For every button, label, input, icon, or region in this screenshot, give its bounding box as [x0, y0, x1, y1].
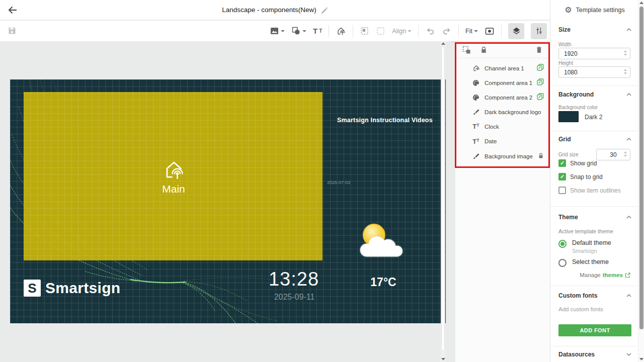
component-date-text[interactable]: 2025-07-03 — [327, 180, 350, 185]
clock-component[interactable]: 13:28 — [269, 268, 319, 290]
manage-themes-link[interactable]: Manage themes — [580, 272, 630, 278]
datasource-link-icon[interactable] — [537, 64, 544, 73]
layer-row-channel-area-1[interactable]: Channel area 1 — [455, 61, 550, 75]
document-title: Landscape - components(New) — [222, 6, 316, 14]
grid-size-stepper[interactable] — [624, 151, 627, 157]
save-button[interactable] — [7, 26, 17, 38]
locked-icon[interactable] — [538, 152, 544, 161]
scroll-up-arrow[interactable] — [441, 42, 445, 45]
height-label: Height — [558, 60, 573, 66]
radio-selected-icon — [558, 240, 567, 248]
layers-panel: Channel area 1 Component area 1 Componen… — [455, 42, 550, 362]
fit-dropdown[interactable]: Fit — [465, 28, 478, 35]
smartsign-logo[interactable]: S Smartsign — [24, 280, 120, 297]
show-item-outlines-checkbox[interactable]: Show item outlines — [558, 187, 621, 194]
undo-button[interactable] — [425, 26, 435, 36]
collapse-background-icon[interactable] — [626, 93, 631, 96]
collapse-grid-icon[interactable] — [626, 138, 631, 141]
temperature-component[interactable]: 17°C — [370, 276, 396, 289]
align-dropdown[interactable]: Align — [392, 28, 412, 35]
section-divider — [550, 346, 639, 346]
channel-placeholder-icon[interactable] — [161, 157, 186, 182]
section-divider — [550, 286, 639, 286]
toolbar-divider — [501, 25, 502, 37]
height-input[interactable] — [559, 67, 630, 77]
delete-icon[interactable] — [535, 46, 543, 54]
layer-row-component-area-2[interactable]: Component area 2 — [455, 90, 550, 105]
width-input[interactable] — [559, 48, 630, 59]
collapse-fonts-icon[interactable] — [626, 294, 631, 297]
toolbar-divider — [353, 25, 353, 37]
default-theme-radio[interactable]: Default theme Smartsign — [558, 240, 611, 254]
edit-title-icon[interactable] — [320, 6, 328, 14]
grid-size-input-wrap — [596, 149, 630, 160]
grid-section-heading: Grid — [558, 136, 571, 143]
preview-button[interactable] — [485, 26, 495, 36]
height-stepper[interactable] — [624, 69, 627, 74]
background-color-name: Dark 2 — [585, 114, 602, 121]
radio-unselected-icon — [558, 259, 567, 267]
section-divider — [550, 131, 639, 131]
layer-row-component-area-1[interactable]: Component area 1 — [455, 75, 550, 90]
layer-row-dark-background-logo[interactable]: Dark background logo — [455, 105, 550, 119]
brush-icon — [471, 108, 480, 116]
add-font-button[interactable]: ADD FONT — [558, 324, 631, 336]
copy-button[interactable] — [360, 26, 369, 36]
gear-icon: ⚙ — [565, 6, 572, 14]
show-grid-checkbox[interactable]: ✓ Show grid — [558, 159, 597, 167]
layer-row-background-image[interactable]: Background image — [455, 149, 550, 163]
checkbox-checked-icon: ✓ — [558, 173, 566, 180]
paste-button[interactable] — [376, 26, 385, 36]
back-button[interactable] — [7, 4, 19, 16]
page-scrollbar-thumb[interactable] — [639, 7, 643, 329]
collapse-theme-icon[interactable] — [626, 216, 631, 219]
width-stepper[interactable] — [624, 50, 627, 56]
arrow-back-icon — [7, 4, 19, 16]
canvas-scrollbar-thumb[interactable] — [441, 46, 445, 351]
datasource-link-icon[interactable] — [537, 78, 544, 87]
page-scroll-down-arrow[interactable] — [639, 358, 643, 360]
select-theme-radio[interactable]: Select theme — [558, 259, 609, 267]
shapes-icon — [291, 26, 301, 36]
toolbar-divider — [329, 25, 329, 37]
sliders-icon — [534, 26, 544, 36]
layer-row-date[interactable]: TT Date — [455, 134, 550, 149]
page-scrollbar[interactable] — [638, 0, 644, 362]
image-dropdown-caret — [281, 30, 285, 32]
template-editor: Landscape - components(New) — [0, 0, 644, 362]
snap-to-grid-checkbox[interactable]: ✓ Snap to grid — [558, 173, 603, 180]
redo-icon — [442, 26, 452, 36]
insert-image-button[interactable] — [270, 26, 285, 36]
section-divider — [550, 85, 639, 86]
layer-row-clock[interactable]: TT Clock — [455, 119, 550, 134]
datasource-link-icon[interactable] — [537, 93, 544, 102]
save-icon — [7, 26, 17, 36]
section-divider — [550, 206, 639, 207]
redo-button[interactable] — [442, 26, 452, 36]
width-input-wrap — [558, 48, 630, 59]
channel-placeholder-label[interactable]: Main — [162, 183, 185, 195]
background-color-swatch[interactable] — [558, 111, 579, 122]
insert-text-button[interactable]: TT — [313, 27, 322, 35]
template-canvas[interactable]: Smartsign Instructional Videos 2025-07-0… — [10, 79, 446, 323]
toolbar-divider — [458, 25, 459, 37]
layers-panel-toggle[interactable] — [508, 23, 524, 39]
date-component[interactable]: 2025-09-11 — [274, 293, 315, 302]
page-scroll-up-arrow[interactable] — [639, 2, 643, 4]
lock-icon[interactable] — [480, 46, 488, 54]
weather-icon[interactable] — [350, 220, 410, 259]
channel-icon — [471, 64, 480, 72]
canvas-scrollbar[interactable] — [441, 41, 445, 362]
component-heading-text[interactable]: Smartsign Instructional Videos — [337, 117, 433, 124]
collapse-size-icon[interactable] — [626, 28, 631, 31]
scroll-down-arrow[interactable] — [441, 358, 445, 360]
properties-panel-toggle[interactable] — [531, 23, 547, 39]
image-icon — [270, 26, 279, 36]
grid-size-label: Grid size — [558, 152, 578, 157]
expand-datasources-icon[interactable] — [626, 353, 631, 356]
panel-title: Template settings — [576, 7, 625, 14]
theme-section-heading: Theme — [558, 214, 578, 221]
insert-channel-button[interactable] — [336, 26, 346, 36]
insert-shape-button[interactable] — [291, 26, 306, 36]
group-icon[interactable] — [462, 46, 471, 54]
